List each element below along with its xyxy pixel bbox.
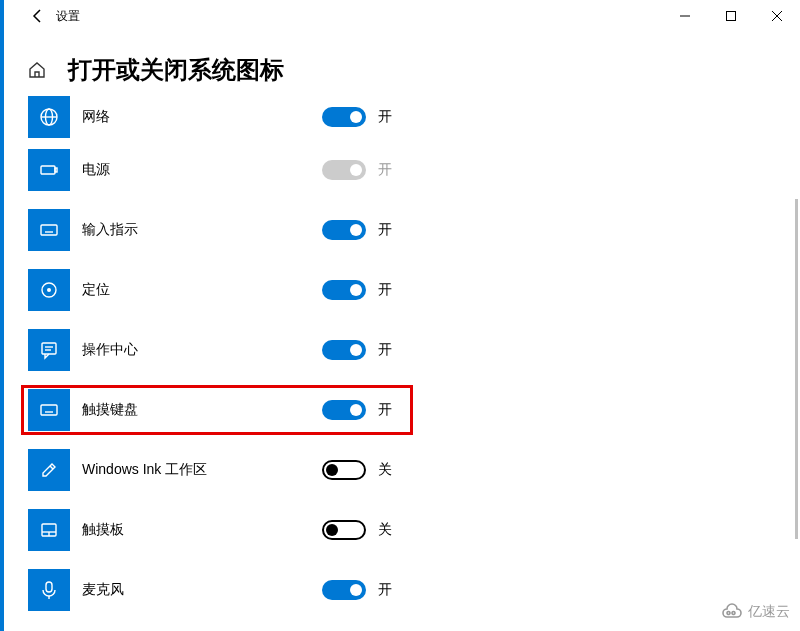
- toggle-knob: [350, 224, 362, 236]
- toggle-wrap: 开: [322, 400, 392, 420]
- setting-row-ink: Windows Ink 工作区关: [28, 440, 800, 500]
- toggle-knob: [326, 524, 338, 536]
- toggle-wrap: 关: [322, 460, 392, 480]
- setting-row-network: 网络开: [28, 94, 800, 140]
- svg-rect-1: [727, 12, 736, 21]
- maximize-button[interactable]: [708, 0, 754, 32]
- keyboard-icon-tile: [28, 209, 70, 251]
- toggle-wrap: 开: [322, 160, 392, 180]
- setting-label: 操作中心: [82, 341, 138, 359]
- minimize-button[interactable]: [662, 0, 708, 32]
- globe-icon: [39, 107, 59, 127]
- setting-label: 触摸键盘: [82, 401, 138, 419]
- back-button[interactable]: [4, 0, 52, 32]
- pen-icon-tile: [28, 449, 70, 491]
- toggle-wrap: 开: [322, 220, 392, 240]
- watermark-text: 亿速云: [748, 603, 790, 621]
- keyboard-icon-tile: [28, 389, 70, 431]
- setting-row-input: 输入指示开: [28, 200, 800, 260]
- home-icon[interactable]: [28, 61, 46, 79]
- toggle-knob: [350, 111, 362, 123]
- toggle-knob: [350, 284, 362, 296]
- page-header: 打开或关闭系统图标: [4, 54, 800, 86]
- keyboard-icon: [39, 400, 59, 420]
- setting-row-touchkb: 触摸键盘开: [28, 380, 800, 440]
- message-icon: [39, 340, 59, 360]
- minimize-icon: [680, 11, 690, 21]
- toggle-input[interactable]: [322, 220, 366, 240]
- setting-label: 网络: [82, 108, 110, 126]
- toggle-action[interactable]: [322, 340, 366, 360]
- setting-label: 电源: [82, 161, 110, 179]
- touchpad-icon: [39, 520, 59, 540]
- setting-label: 输入指示: [82, 221, 138, 239]
- mic-icon: [39, 580, 59, 600]
- title-bar: 设置: [4, 0, 800, 32]
- toggle-state-label: 开: [378, 281, 392, 299]
- setting-row-location: 定位开: [28, 260, 800, 320]
- toggle-state-label: 开: [378, 221, 392, 239]
- setting-row-mic: 麦克风开: [28, 560, 800, 620]
- watermark: 亿速云: [720, 603, 790, 621]
- keyboard-icon: [39, 220, 59, 240]
- close-button[interactable]: [754, 0, 800, 32]
- back-arrow-icon: [30, 8, 46, 24]
- setting-label: 定位: [82, 281, 110, 299]
- toggle-knob: [350, 584, 362, 596]
- battery-icon: [39, 160, 59, 180]
- page-title: 打开或关闭系统图标: [68, 54, 284, 86]
- mic-icon-tile: [28, 569, 70, 611]
- toggle-touchpad[interactable]: [322, 520, 366, 540]
- setting-label: 触摸板: [82, 521, 124, 539]
- setting-row-power: 电源开: [28, 140, 800, 200]
- toggle-state-label: 关: [378, 461, 392, 479]
- cloud-icon: [720, 603, 744, 621]
- toggle-location[interactable]: [322, 280, 366, 300]
- toggle-state-label: 关: [378, 521, 392, 539]
- toggle-state-label: 开: [378, 108, 392, 126]
- touchpad-icon-tile: [28, 509, 70, 551]
- toggle-state-label: 开: [378, 581, 392, 599]
- setting-label: 麦克风: [82, 581, 124, 599]
- toggle-knob: [326, 464, 338, 476]
- setting-row-action: 操作中心开: [28, 320, 800, 380]
- toggle-ink[interactable]: [322, 460, 366, 480]
- settings-list: 网络开电源开输入指示开定位开操作中心开触摸键盘开Windows Ink 工作区关…: [4, 92, 800, 620]
- toggle-wrap: 关: [322, 520, 392, 540]
- setting-row-touchpad: 触摸板关: [28, 500, 800, 560]
- toggle-knob: [350, 404, 362, 416]
- scrollbar[interactable]: [795, 199, 798, 539]
- toggle-power: [322, 160, 366, 180]
- target-icon: [39, 280, 59, 300]
- toggle-touchkb[interactable]: [322, 400, 366, 420]
- toggle-state-label: 开: [378, 401, 392, 419]
- toggle-wrap: 开: [322, 340, 392, 360]
- target-icon-tile: [28, 269, 70, 311]
- window-title: 设置: [56, 8, 80, 25]
- message-icon-tile: [28, 329, 70, 371]
- toggle-state-label: 开: [378, 341, 392, 359]
- toggle-wrap: 开: [322, 580, 392, 600]
- toggle-wrap: 开: [322, 107, 392, 127]
- pen-icon: [39, 460, 59, 480]
- toggle-state-label: 开: [378, 161, 392, 179]
- toggle-knob: [350, 164, 362, 176]
- close-icon: [772, 11, 782, 21]
- maximize-icon: [726, 11, 736, 21]
- toggle-network[interactable]: [322, 107, 366, 127]
- toggle-mic[interactable]: [322, 580, 366, 600]
- setting-label: Windows Ink 工作区: [82, 461, 207, 479]
- globe-icon-tile: [28, 96, 70, 138]
- window-controls: [662, 0, 800, 32]
- toggle-wrap: 开: [322, 280, 392, 300]
- battery-icon-tile: [28, 149, 70, 191]
- toggle-knob: [350, 344, 362, 356]
